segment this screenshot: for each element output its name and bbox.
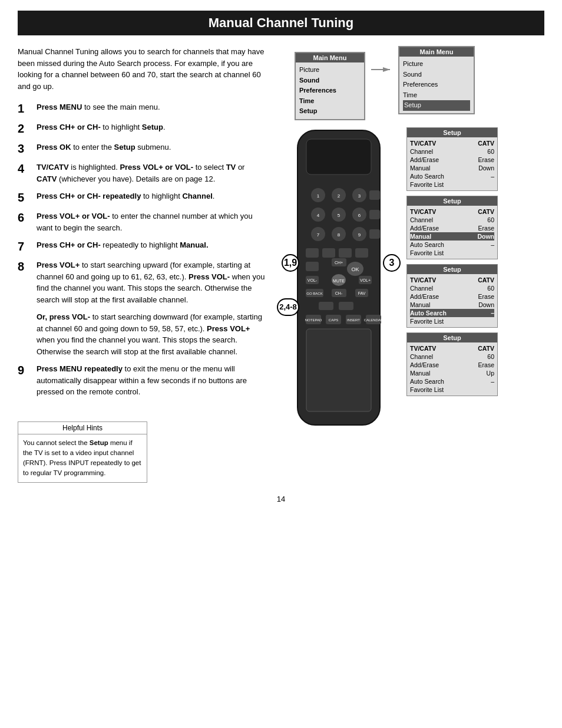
step-number-8b — [18, 311, 31, 357]
sp4-row-favlist: Favorite List — [410, 386, 494, 394]
menu2-item-picture: Picture — [403, 59, 470, 70]
sp4-row-channel: Channel60 — [410, 353, 494, 361]
steps-list: 1 Press MENU to see the main menu. 2 Pre… — [18, 101, 265, 398]
step-8b: Or, press VOL- to start searching downwa… — [18, 311, 265, 357]
step-number-1: 1 — [18, 101, 31, 116]
setup-panel-2: Setup TV/CATVCATV Channel60 Add/EraseEra… — [406, 196, 498, 259]
main-menu-2-title: Main Menu — [399, 47, 474, 57]
menu-item-time: Time — [299, 96, 361, 107]
helpful-hints-title: Helpful Hints — [18, 422, 147, 434]
svg-rect-28 — [355, 248, 368, 258]
sp3-row-tvcatv: TV/CATVCATV — [410, 276, 494, 284]
step-text-8: Press VOL+ to start searching upward (fo… — [37, 259, 265, 305]
svg-text:GO BACK: GO BACK — [306, 292, 322, 295]
step-text-2: Press CH+ or CH- to highlight Setup. — [37, 121, 265, 136]
svg-text:3: 3 — [358, 193, 361, 199]
svg-text:1: 1 — [317, 193, 320, 199]
setup-panel-1-content: TV/CATVCATV Channel60 Add/EraseErase Man… — [407, 137, 497, 190]
sp3-row-autosearch: Auto Search– — [410, 309, 494, 317]
svg-text:CALENDAR: CALENDAR — [364, 318, 384, 322]
step-number-3: 3 — [18, 141, 31, 156]
step-number-9: 9 — [18, 363, 31, 398]
sp4-row-autosearch: Auto Search– — [410, 377, 494, 386]
svg-text:FAV: FAV — [358, 291, 366, 295]
svg-text:VOL+: VOL+ — [360, 278, 371, 282]
svg-text:9: 9 — [358, 232, 361, 238]
sp4-row-tvcatv: TV/CATVCATV — [410, 344, 494, 353]
svg-text:CAPS: CAPS — [329, 318, 338, 322]
step-8: 8 Press VOL+ to start searching upward (… — [18, 259, 265, 305]
setup-panel-3-title: Setup — [407, 265, 497, 274]
step-number-4: 4 — [18, 162, 31, 185]
svg-text:7: 7 — [317, 232, 320, 238]
step-number-2: 2 — [18, 121, 31, 136]
step-badge-2-4-8: 2,4-8 — [277, 298, 299, 316]
step-5: 5 Press CH+ or CH- repeatedly to highlig… — [18, 190, 265, 205]
setup-panel-4-content: TV/CATVCATV Channel60 Add/EraseErase Man… — [407, 342, 497, 396]
sp3-row-favlist: Favorite List — [410, 317, 494, 325]
right-column: Main Menu Picture Sound Preferences Time… — [277, 46, 544, 483]
sp1-row-autosearch: Auto Search– — [410, 172, 494, 180]
sp2-row-manual: ManualDown — [410, 232, 494, 241]
svg-text:2: 2 — [338, 193, 340, 199]
sp1-row-channel: Channel60 — [410, 147, 494, 156]
sp1-row-manual: ManualDown — [410, 164, 494, 172]
page-container: Manual Channel Tuning Manual Channel Tun… — [0, 11, 562, 509]
svg-rect-17 — [369, 210, 380, 219]
setup-panel-4-title: Setup — [407, 333, 497, 342]
svg-rect-56 — [306, 329, 371, 411]
intro-text: Manual Channel Tuning allows you to sear… — [18, 46, 265, 92]
svg-text:CH+: CH+ — [335, 261, 343, 265]
sp2-row-adderase: Add/EraseErase — [410, 224, 494, 232]
sp3-row-adderase: Add/EraseErase — [410, 292, 494, 301]
menu2-item-preferences: Preferences — [403, 80, 470, 90]
step-text-9: Press MENU repeatedly to exit the menu o… — [37, 363, 265, 398]
step-text-4: TV/CATV is highlighted. Press VOL+ or VO… — [37, 162, 265, 185]
step-text-8b: Or, press VOL- to start searching downwa… — [37, 311, 265, 357]
sp2-row-channel: Channel60 — [410, 216, 494, 224]
step-text-1: Press MENU to see the main menu. — [37, 101, 265, 116]
setup-panel-2-title: Setup — [407, 196, 497, 206]
menu2-item-time: Time — [403, 90, 470, 101]
arrow-icon — [370, 64, 394, 75]
remote-svg: 1 2 3 4 5 6 — [280, 127, 398, 434]
step-number-7: 7 — [18, 239, 31, 253]
step-text-5: Press CH+ or CH- repeatedly to highlight… — [37, 190, 265, 205]
step-9: 9 Press MENU repeatedly to exit the menu… — [18, 363, 265, 398]
svg-text:4: 4 — [317, 213, 320, 218]
page-title: Manual Channel Tuning — [18, 11, 544, 35]
svg-text:VOL-: VOL- — [308, 278, 318, 282]
svg-text:8: 8 — [338, 232, 340, 238]
svg-text:6: 6 — [358, 213, 361, 218]
left-column: Manual Channel Tuning allows you to sear… — [18, 46, 265, 483]
svg-rect-24 — [369, 229, 380, 239]
menu-item-setup: Setup — [299, 106, 361, 117]
svg-rect-26 — [322, 248, 335, 258]
step-7: 7 Press CH+ or CH- repeatedly to highlig… — [18, 239, 265, 253]
svg-rect-27 — [339, 248, 352, 258]
sp4-row-adderase: Add/EraseErase — [410, 361, 494, 369]
svg-rect-25 — [306, 248, 319, 258]
step-badge-3: 3 — [383, 254, 401, 272]
step-text-7: Press CH+ or CH- repeatedly to highlight… — [37, 239, 265, 253]
svg-rect-46 — [319, 302, 333, 310]
main-menu-1-title: Main Menu — [296, 53, 364, 62]
step-3: 3 Press OK to enter the Setup submenu. — [18, 141, 265, 156]
page-number: 14 — [0, 483, 562, 509]
step-text-3: Press OK to enter the Setup submenu. — [37, 141, 265, 156]
menu-item-picture: Picture — [299, 65, 361, 75]
step-badge-1-9: 1,9 — [282, 254, 299, 272]
svg-text:5: 5 — [338, 213, 340, 218]
setup-panel-2-content: TV/CATVCATV Channel60 Add/EraseErase Man… — [407, 206, 497, 259]
main-menu-2-content: Picture Sound Preferences Time Setup — [399, 57, 474, 113]
sp2-row-favlist: Favorite List — [410, 249, 494, 257]
helpful-hints-box: Helpful Hints You cannot select the Setu… — [18, 421, 147, 483]
svg-text:INSERT: INSERT — [347, 318, 360, 322]
setup-panel-1-title: Setup — [407, 128, 497, 137]
step-6: 6 Press VOL+ or VOL- to enter the channe… — [18, 210, 265, 233]
setup-panel-1: Setup TV/CATVCATV Channel60 Add/EraseEra… — [406, 127, 498, 191]
helpful-hints-content: You cannot select the Setup menu if the … — [18, 434, 147, 482]
main-menu-2: Main Menu Picture Sound Preferences Time… — [398, 46, 475, 114]
remote-control-area: 1,9 2,4-8 3 1 2 — [277, 127, 401, 434]
main-menu-1: Main Menu Picture Sound Preferences Time… — [295, 52, 365, 120]
